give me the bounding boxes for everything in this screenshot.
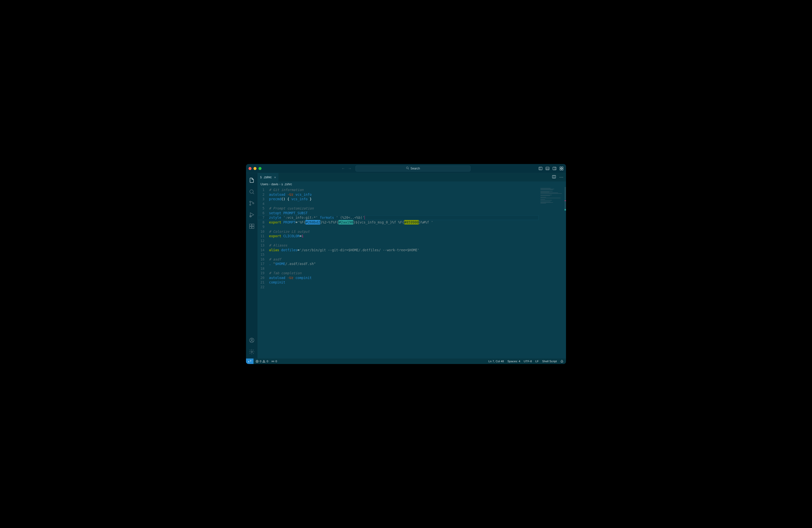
command-center-search[interactable]: Search [356, 165, 470, 172]
vscode-window: ← → Search [246, 164, 566, 364]
editor-actions: ··· [552, 173, 566, 181]
svg-point-16 [253, 203, 254, 204]
more-actions-icon[interactable]: ··· [560, 175, 564, 179]
line-number: 11 [258, 234, 269, 238]
explorer-icon[interactable] [246, 175, 258, 186]
nav-forward-button[interactable]: → [348, 166, 351, 171]
svg-rect-20 [252, 226, 254, 229]
customize-layout-icon[interactable] [560, 166, 564, 171]
breadcrumb-segment[interactable]: Users [261, 182, 268, 186]
chevron-right-icon: › [279, 182, 280, 186]
close-tab-icon[interactable]: × [274, 176, 276, 179]
warning-count: 0 [266, 360, 268, 363]
toggle-secondary-sidebar-icon[interactable] [552, 166, 556, 171]
svg-point-14 [250, 201, 251, 203]
line-number: 17 [258, 262, 269, 266]
line-number: 16 [258, 257, 269, 262]
ports-count: 0 [276, 360, 277, 363]
svg-point-23 [251, 339, 252, 340]
svg-point-24 [251, 351, 252, 352]
line-number: 15 [258, 252, 269, 257]
line-number: 5 [258, 206, 269, 211]
error-count: 0 [260, 360, 261, 363]
svg-line-1 [408, 168, 409, 169]
svg-rect-10 [560, 169, 562, 170]
svg-point-12 [250, 190, 253, 193]
text-cursor [364, 216, 365, 220]
shell-file-icon: $ [260, 176, 262, 179]
titlebar: ← → Search [246, 164, 566, 173]
breadcrumbs[interactable]: Users › davis › $ .zshrc [258, 181, 566, 187]
color-swatch: #268bd2 [305, 220, 320, 225]
line-number: 14 [258, 248, 269, 252]
minimap-viewport[interactable] [565, 187, 566, 209]
color-swatch: #859900 [404, 220, 419, 225]
notifications-icon[interactable] [560, 360, 564, 363]
accounts-icon[interactable] [246, 335, 258, 346]
breadcrumb-segment[interactable]: davis [271, 182, 278, 186]
svg-rect-9 [562, 167, 563, 168]
eol-status[interactable]: LF [535, 360, 538, 363]
code-editor[interactable]: 1# Git information 2autoload -Uz vcs_inf… [258, 187, 538, 358]
toggle-primary-sidebar-icon[interactable] [538, 166, 542, 171]
layout-controls [538, 166, 564, 171]
maximize-window-button[interactable] [259, 167, 261, 170]
settings-gear-icon[interactable] [246, 347, 258, 357]
activity-bar [246, 173, 258, 358]
svg-rect-18 [249, 224, 251, 226]
toggle-panel-icon[interactable] [546, 166, 550, 171]
nav-back-button[interactable]: ← [342, 166, 345, 171]
problems-status[interactable]: 0 0 [256, 360, 268, 363]
source-control-icon[interactable] [246, 198, 258, 208]
svg-line-13 [253, 193, 254, 194]
line-number: 13 [258, 243, 269, 248]
encoding-status[interactable]: UTF-8 [524, 360, 532, 363]
line-number: 6 [258, 211, 269, 216]
search-icon [406, 166, 409, 170]
line-number: 1 [258, 188, 269, 192]
tabs-row: $ .zshrc × ··· [258, 173, 566, 181]
svg-point-0 [406, 167, 408, 169]
minimap-cursor-marker [565, 209, 566, 210]
svg-rect-19 [249, 226, 251, 229]
line-number: 7 [258, 215, 269, 220]
split-editor-icon[interactable] [552, 175, 556, 180]
color-swatch: #2aa198 [338, 220, 353, 225]
shell-file-icon: $ [281, 183, 283, 186]
svg-rect-11 [562, 169, 563, 170]
body-area: $ .zshrc × ··· Users › davis › $ .zshrc [246, 173, 566, 358]
line-number: 18 [258, 266, 269, 271]
language-mode[interactable]: Shell Script [542, 360, 557, 363]
tab-label: .zshrc [263, 176, 272, 179]
remote-indicator[interactable] [246, 358, 253, 364]
svg-point-32 [273, 361, 273, 362]
cursor-position[interactable]: Ln 7, Col 48 [489, 360, 504, 363]
breadcrumb-segment[interactable]: .zshrc [284, 182, 292, 186]
indentation-status[interactable]: Spaces: 4 [508, 360, 520, 363]
minimize-window-button[interactable] [253, 167, 257, 170]
line-number: 12 [258, 238, 269, 243]
window-controls [248, 167, 261, 170]
ports-status[interactable]: 0 [271, 360, 277, 363]
extensions-icon[interactable] [246, 221, 258, 232]
minimap[interactable] [538, 187, 566, 358]
search-activity-icon[interactable] [246, 187, 258, 197]
close-window-button[interactable] [248, 167, 251, 170]
nav-arrows: ← → [342, 166, 351, 171]
svg-rect-21 [252, 224, 254, 226]
svg-rect-4 [546, 167, 549, 170]
minimap-change-marker [565, 201, 566, 201]
editor-wrap: 1# Git information 2autoload -Uz vcs_inf… [258, 187, 566, 358]
status-bar: 0 0 0 Ln 7, Col 48 Spaces: 4 UTF-8 LF Sh… [246, 358, 566, 364]
run-debug-icon[interactable] [246, 209, 258, 220]
line-number: 8 [258, 220, 269, 225]
chevron-right-icon: › [269, 182, 270, 186]
line-number: 10 [258, 229, 269, 234]
line-number: 4 [258, 202, 269, 206]
svg-rect-6 [553, 167, 556, 170]
tab-zshrc[interactable]: $ .zshrc × [258, 173, 279, 181]
line-number: 19 [258, 271, 269, 276]
svg-rect-8 [560, 167, 562, 168]
line-number: 20 [258, 276, 269, 280]
line-number: 2 [258, 192, 269, 197]
